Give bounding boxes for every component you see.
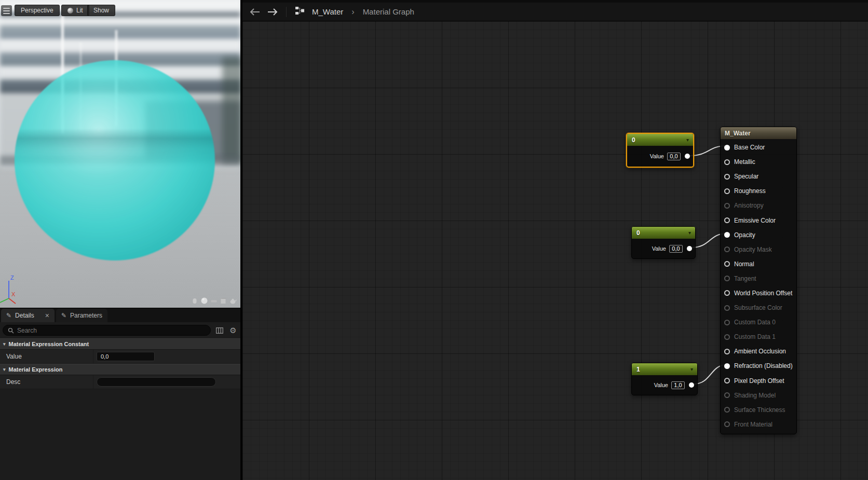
material-graph-canvas[interactable]: 0 ▾ Value 0,0 0 ▾ Value 0,0	[242, 21, 868, 480]
breadcrumb-asset[interactable]: M_Water	[312, 7, 343, 16]
chevron-down-icon[interactable]: ▾	[688, 230, 691, 236]
preview-shape-plane-icon[interactable]	[210, 297, 218, 305]
pin-circle[interactable]	[724, 174, 730, 180]
chevron-down-icon[interactable]: ▾	[690, 366, 693, 372]
details-panel: ✎ Details × ✎ Parameters	[0, 308, 240, 480]
output-pin[interactable]	[687, 246, 692, 251]
material-result-node-header[interactable]: M_Water	[721, 127, 796, 139]
show-button[interactable]: Show	[87, 5, 115, 16]
pin-circle[interactable]	[724, 246, 730, 252]
lit-mode-button[interactable]: Lit	[61, 5, 89, 16]
pin-label: Base Color	[734, 144, 765, 151]
pencil-icon: ✎	[6, 312, 11, 319]
pin-circle[interactable]	[724, 320, 730, 325]
material-pin-emissive-color[interactable]: Emissive Color	[721, 213, 796, 227]
material-pin-ambient-occlusion[interactable]: Ambient Occlusion	[721, 344, 796, 359]
tab-details[interactable]: ✎ Details ×	[1, 309, 55, 322]
material-pin-world-position-offset[interactable]: World Position Offset	[721, 286, 796, 300]
pin-circle[interactable]	[724, 378, 730, 383]
material-pin-custom-data-1[interactable]: Custom Data 1	[721, 330, 796, 344]
pin-circle[interactable]	[724, 349, 730, 354]
search-input[interactable]	[17, 327, 206, 334]
pin-circle[interactable]	[724, 261, 730, 267]
desc-property-input[interactable]	[97, 377, 216, 387]
preview-shape-sphere-icon[interactable]	[200, 297, 208, 305]
section-material-expression-constant[interactable]: ▾ Material Expression Constant	[0, 338, 240, 350]
constant-node-2[interactable]: 0 ▾ Value 0,0	[631, 226, 696, 259]
material-pin-surface-thickness[interactable]: Surface Thickness	[721, 403, 796, 417]
pin-label: Opacity Mask	[734, 246, 772, 253]
material-pin-anisotropy[interactable]: Anisotropy	[721, 198, 796, 213]
lit-button-label: Lit	[76, 7, 83, 14]
perspective-button-label: Perspective	[21, 7, 53, 14]
pin-label: Opacity	[734, 231, 755, 239]
material-pin-metallic[interactable]: Metallic	[721, 155, 796, 169]
pin-circle[interactable]	[724, 203, 730, 209]
material-pin-opacity[interactable]: Opacity	[721, 228, 796, 242]
material-result-node[interactable]: M_Water Base ColorMetallicSpecularRoughn…	[720, 127, 797, 434]
constant-node-body: Value 1,0	[632, 375, 697, 395]
pin-circle[interactable]	[724, 188, 730, 194]
material-pin-normal[interactable]: Normal	[721, 257, 796, 271]
material-pin-refraction-disabled[interactable]: Refraction (Disabled)	[721, 359, 796, 373]
value-box[interactable]: 0,0	[667, 153, 681, 160]
forward-arrow-icon[interactable]	[267, 8, 278, 16]
pin-circle[interactable]	[724, 334, 730, 340]
viewport-menu-button[interactable]	[1, 5, 12, 16]
close-icon[interactable]: ×	[45, 311, 49, 320]
pin-circle[interactable]	[724, 305, 730, 311]
pin-circle[interactable]	[724, 145, 730, 150]
constant-node-1[interactable]: 0 ▾ Value 0,0	[626, 133, 694, 168]
value-property-input[interactable]	[97, 352, 155, 361]
chevron-down-icon[interactable]: ▾	[686, 137, 689, 143]
section-material-expression[interactable]: ▾ Material Expression	[0, 364, 240, 375]
pin-circle[interactable]	[724, 363, 730, 369]
material-result-pins: Base ColorMetallicSpecularRoughnessAniso…	[721, 139, 796, 434]
pin-circle[interactable]	[724, 290, 730, 296]
back-arrow-icon[interactable]	[250, 8, 260, 16]
pin-circle[interactable]	[724, 217, 730, 223]
property-row-value: Value	[0, 350, 240, 364]
value-box[interactable]: 0,0	[669, 245, 683, 253]
desc-property-label: Desc	[0, 375, 93, 389]
pin-circle[interactable]	[724, 276, 730, 281]
details-search-row: ⚙	[0, 322, 240, 338]
preview-shape-cylinder-icon[interactable]	[191, 297, 198, 305]
pin-circle[interactable]	[724, 232, 730, 238]
perspective-button[interactable]: Perspective	[15, 5, 60, 16]
preview-shape-teapot-icon[interactable]	[229, 297, 237, 305]
column-view-icon[interactable]	[215, 326, 224, 335]
constant-node-header[interactable]: 1 ▾	[632, 363, 697, 375]
material-pin-roughness[interactable]: Roughness	[721, 184, 796, 198]
material-pin-pixel-depth-offset[interactable]: Pixel Depth Offset	[721, 374, 796, 388]
output-pin[interactable]	[689, 382, 694, 388]
constant-node-header[interactable]: 0 ▾	[632, 227, 695, 239]
pin-circle[interactable]	[724, 407, 730, 413]
material-pin-custom-data-0[interactable]: Custom Data 0	[721, 315, 796, 330]
breadcrumb-page[interactable]: Material Graph	[363, 7, 414, 16]
gear-icon[interactable]: ⚙	[228, 326, 238, 335]
preview-shape-cube-icon[interactable]	[220, 297, 227, 305]
pin-circle[interactable]	[724, 159, 730, 165]
pin-label: Roughness	[734, 187, 766, 195]
tab-parameters[interactable]: ✎ Parameters	[56, 309, 107, 322]
value-box[interactable]: 1,0	[671, 381, 685, 389]
viewport-trees	[222, 57, 240, 163]
section-title: Material Expression Constant	[9, 341, 89, 347]
material-pin-base-color[interactable]: Base Color	[721, 140, 796, 155]
search-box[interactable]	[3, 325, 211, 336]
material-pin-opacity-mask[interactable]: Opacity Mask	[721, 242, 796, 257]
constant-node-header[interactable]: 0 ▾	[627, 134, 693, 146]
material-pin-front-material[interactable]: Front Material	[721, 417, 796, 432]
pin-label: Anisotropy	[734, 202, 764, 209]
material-pin-specular[interactable]: Specular	[721, 169, 796, 184]
constant-node-3[interactable]: 1 ▾ Value 1,0	[631, 363, 698, 395]
material-pin-subsurface-color[interactable]: Subsurface Color	[721, 300, 796, 315]
pin-circle[interactable]	[724, 392, 730, 398]
pin-label: Normal	[734, 260, 754, 268]
preview-viewport[interactable]: Perspective Lit Show Z X	[0, 0, 240, 308]
pin-circle[interactable]	[724, 421, 730, 427]
output-pin[interactable]	[685, 154, 690, 159]
material-pin-shading-model[interactable]: Shading Model	[721, 388, 796, 403]
material-pin-tangent[interactable]: Tangent	[721, 271, 796, 286]
